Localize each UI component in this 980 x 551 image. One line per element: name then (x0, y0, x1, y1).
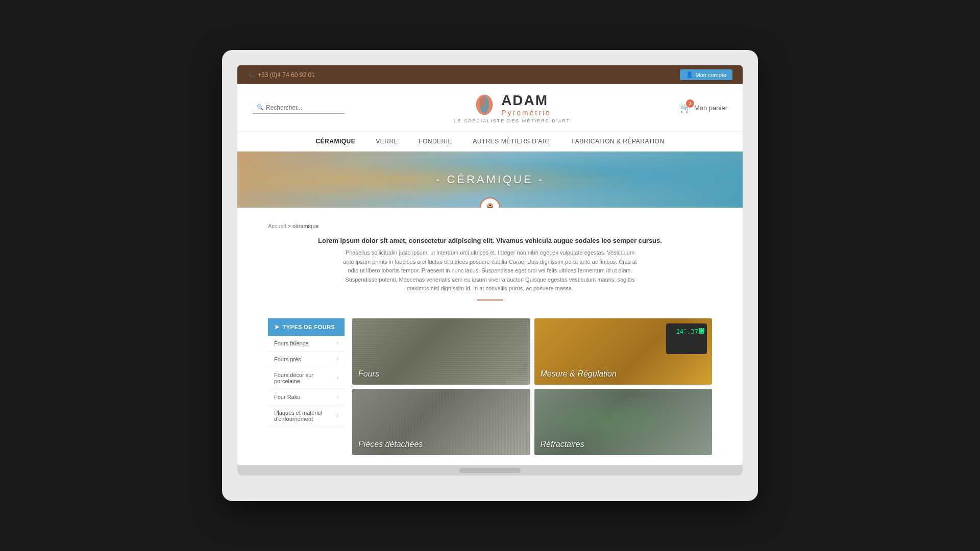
product-card-pieces[interactable]: Pièces détachées (352, 389, 530, 455)
main-nav: CÉRAMIQUE VERRE FONDERIE AUTRES MÉTIERS … (237, 132, 743, 152)
chevron-icon: › (337, 375, 338, 381)
product-label-fours: Fours (358, 369, 379, 379)
intro-divider (477, 299, 503, 300)
hero-banner: - CÉRAMIQUE - 🏺 (237, 152, 743, 208)
search-box[interactable]: 🔍 (253, 102, 345, 114)
hero-title: - CÉRAMIQUE - (436, 173, 544, 186)
sidebar-item-raku[interactable]: Four Raku › (268, 389, 345, 405)
logo: ADAM Pyrométrie LE SPÉCIALISTE DES MÉTIE… (454, 92, 571, 123)
product-card-mesure[interactable]: Mesure & Régulation (534, 318, 713, 385)
sidebar-item-gres[interactable]: Fours grès › (268, 352, 345, 367)
svg-point-2 (479, 96, 486, 108)
user-icon: 👤 (686, 71, 693, 78)
chevron-icon: › (337, 340, 338, 346)
nav-fabrication[interactable]: FABRICATION & RÉPARATION (572, 138, 665, 145)
arrow-icon: ➤ (274, 323, 280, 331)
cart-button[interactable]: 🛒 2 Mon panier (680, 102, 727, 113)
chevron-icon: › (337, 356, 338, 362)
nav-ceramique[interactable]: CÉRAMIQUE (315, 138, 355, 145)
cart-badge: 2 (686, 99, 694, 108)
product-label-mesure: Mesure & Régulation (541, 369, 617, 379)
breadcrumb-separator: > (288, 223, 292, 229)
top-bar: 📞 +33 (0)4 74 60 92 01 👤 Mon compte (237, 65, 743, 84)
product-card-fours[interactable]: Fours (352, 318, 530, 385)
product-card-refractaires[interactable]: Réfractaires (534, 389, 713, 455)
phone-icon: 📞 (248, 71, 255, 79)
product-grid: Fours Mesure & Régulation Pièces détaché… (352, 318, 712, 455)
sidebar-header: ➤ TYPES DE FOURS (268, 318, 345, 336)
mon-compte-button[interactable]: 👤 Mon compte (680, 69, 732, 80)
sidebar-item-plaques[interactable]: Plaques et matériel d'enfournement › (268, 405, 345, 427)
sidebar-item-faience[interactable]: Fours faïence › (268, 336, 345, 352)
search-input[interactable] (266, 104, 340, 111)
chevron-icon: › (337, 413, 338, 418)
logo-adam: ADAM (501, 92, 551, 109)
breadcrumb-home[interactable]: Accueil (268, 223, 286, 229)
intro-section: Lorem ipsum dolor sit amet, consectetur … (237, 234, 743, 311)
sidebar: ➤ TYPES DE FOURS Fours faïence › Fours g… (268, 318, 345, 455)
breadcrumb: Accueil > céramique (237, 208, 743, 234)
nav-verre[interactable]: VERRE (376, 138, 398, 145)
product-label-pieces: Pièces détachées (358, 440, 423, 449)
breadcrumb-current: céramique (292, 223, 318, 229)
phone-number: 📞 +33 (0)4 74 60 92 01 (248, 71, 315, 79)
intro-title: Lorem ipsum dolor sit amet, consectetur … (268, 237, 712, 244)
chevron-icon: › (337, 394, 338, 399)
logo-pyrometrie: Pyrométrie (501, 109, 551, 117)
nav-fonderie[interactable]: FONDERIE (419, 138, 452, 145)
header: 🔍 ADAM Pyrométrie LE SPÉCIALISTE DES MÉT… (237, 84, 743, 132)
sidebar-item-decor[interactable]: Fours décor sur porcelaine › (268, 367, 345, 389)
intro-body: Phasellus sollicitudin justo ipsum, ut i… (342, 248, 638, 293)
ceramique-icon: 🏺 (485, 203, 495, 208)
search-icon: 🔍 (257, 104, 264, 111)
main-content: ➤ TYPES DE FOURS Fours faïence › Fours g… (237, 311, 743, 465)
nav-autres[interactable]: AUTRES MÉTIERS D'ART (473, 138, 551, 145)
logo-tagline: LE SPÉCIALISTE DES MÉTIERS D'ART (454, 118, 571, 123)
logo-icon (473, 92, 496, 117)
product-label-refractaires: Réfractaires (541, 440, 584, 449)
